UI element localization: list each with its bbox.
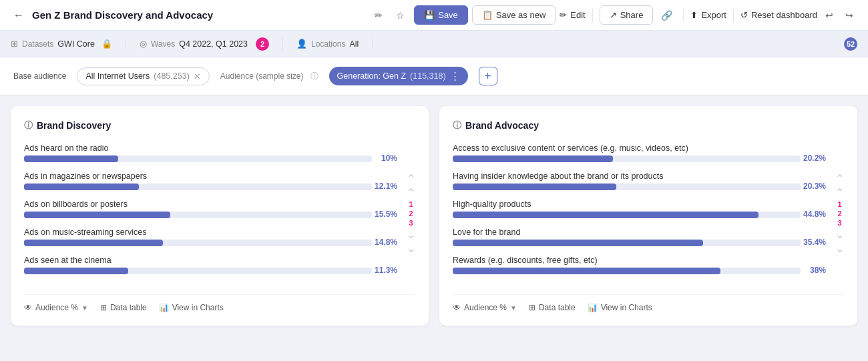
save-button[interactable]: 💾 Save [414, 5, 468, 25]
data-table-button2[interactable]: ⊞ Data table [529, 303, 576, 312]
reset-dashboard-button[interactable]: ↺ Reset dashboard [740, 10, 817, 20]
waves-label: Waves [151, 39, 175, 49]
remove-base-icon[interactable]: ✕ [194, 71, 201, 81]
chevron-up-icon3[interactable]: ⌃ [835, 172, 844, 185]
page-title: Gen Z Brand Discovery and Advocacy [32, 9, 365, 21]
star-button[interactable]: ☆ [392, 7, 409, 23]
audience-bar: Base audience All Internet Users (485,25… [0, 57, 868, 95]
chevron-up-icon4[interactable]: ⌃ [835, 186, 844, 199]
audience-chip-more-button[interactable]: ⋮ [450, 70, 460, 82]
bar-wrapper: 11.3% [24, 268, 372, 274]
bar-pct: 10% [381, 153, 397, 163]
bar-label: Ads heard on the radio [24, 143, 401, 153]
bar-wrapper: 44.8% [453, 212, 801, 218]
bar-label: Access to exclusive content or services … [453, 143, 830, 153]
bar-row: High-quality products 44.8% [453, 200, 830, 218]
locations-filter[interactable]: 👤 Locations All [296, 39, 373, 49]
audience-pct-icon2: 👁 [453, 303, 461, 312]
bar-track [24, 184, 372, 190]
brand-discovery-bars: Ads heard on the radio 10% Ads in magazi… [24, 143, 401, 284]
bar-fill [453, 212, 758, 218]
data-table-icon2: ⊞ [529, 303, 535, 312]
divider2 [683, 9, 684, 22]
bar-wrapper: 35.4% [453, 240, 801, 246]
link-button[interactable]: 🔗 [657, 7, 676, 23]
brand-discovery-scroll-controls: ⌃ ⌃ 1 2 3 ⌄ ⌄ [407, 143, 415, 284]
waves-value: Q4 2022, Q1 2023 [179, 39, 248, 49]
brand-advocacy-footer: 👁 Audience % ▼ ⊞ Data table 📊 View in Ch… [453, 294, 844, 312]
locations-label: Locations [311, 39, 345, 49]
bar-row: Ads on billboards or posters 15.5% [24, 200, 401, 218]
base-audience-label: Base audience [13, 71, 66, 81]
data-table-icon: ⊞ [100, 303, 107, 312]
bar-row: Ads on music-streaming services 14.8% [24, 228, 401, 246]
bar-pct: 14.8% [375, 238, 397, 247]
bar-fill [453, 155, 613, 162]
audience-pct-button[interactable]: 👁 Audience % ▼ [24, 303, 88, 312]
bar-wrapper: 15.5% [24, 212, 372, 218]
chevron-up-icon2[interactable]: ⌃ [407, 186, 415, 199]
bar-pct: 12.1% [375, 182, 397, 191]
bar-pct: 11.3% [375, 266, 397, 275]
bar-track [24, 240, 372, 246]
brand-advocacy-chart-area: Access to exclusive content or services … [453, 143, 844, 284]
charts-icon2: 📊 [588, 303, 598, 312]
brand-discovery-footer: 👁 Audience % ▼ ⊞ Data table 📊 View in Ch… [24, 294, 415, 312]
share-icon: ↗ [610, 10, 617, 20]
bar-fill [24, 240, 163, 246]
bar-track [24, 155, 372, 162]
data-table-button[interactable]: ⊞ Data table [100, 303, 147, 312]
waves-filter[interactable]: ◎ Waves Q4 2022, Q1 2023 2 [140, 37, 283, 51]
bar-label: Ads in magazines or newspapers [24, 171, 401, 181]
edit-title-button[interactable]: ✏ [371, 7, 387, 23]
audience-chip-count: (115,318) [410, 71, 446, 81]
dropdown-icon2: ▼ [510, 304, 517, 312]
bar-label: Rewards (e.g. discounts, free gifts, etc… [453, 256, 830, 265]
undo-button[interactable]: ↩ [821, 7, 837, 23]
datasets-filter[interactable]: ⊞ Datasets GWI Core 🔒 [11, 39, 126, 49]
back-button[interactable]: ← [11, 7, 27, 24]
bar-row: Rewards (e.g. discounts, free gifts, etc… [453, 256, 830, 274]
base-audience-chip[interactable]: All Internet Users (485,253) ✕ [77, 67, 209, 85]
main-content: ⓘ Brand Discovery Ads heard on the radio… [0, 95, 868, 336]
filter-bar: ⊞ Datasets GWI Core 🔒 ◎ Waves Q4 2022, Q… [0, 31, 868, 57]
bar-row: Ads heard on the radio 10% [24, 143, 401, 162]
reset-icon: ↺ [740, 10, 748, 20]
audience-sample-wrapper: Audience (sample size) ⓘ [220, 71, 318, 82]
view-in-charts-button[interactable]: 📊 View in Charts [159, 303, 224, 312]
bar-track [453, 268, 801, 274]
add-audience-button[interactable]: + [479, 67, 497, 85]
bar-row: Ads in magazines or newspapers 12.1% [24, 171, 401, 190]
save-icon: 💾 [424, 10, 435, 20]
view-in-charts-button2[interactable]: 📊 View in Charts [588, 303, 652, 312]
bar-row: Having insider knowledge about the brand… [453, 171, 830, 190]
base-audience-name: All Internet Users [85, 71, 150, 81]
chevron-down-icon4[interactable]: ⌄ [835, 242, 844, 255]
bar-track [453, 212, 801, 218]
audience-pct-icon: 👁 [24, 303, 32, 312]
audience-chip-name: Generation: Gen Z [337, 71, 407, 81]
info-icon[interactable]: ⓘ [310, 71, 318, 82]
edit-button[interactable]: ✏ Edit [560, 10, 585, 20]
brand-discovery-title: ⓘ Brand Discovery [24, 119, 415, 131]
brand-discovery-chart-area: Ads heard on the radio 10% Ads in magazi… [24, 143, 415, 284]
nav-actions: 💾 Save 📋 Save as new ✏ Edit ↗ Share 🔗 ⬆ … [414, 5, 857, 25]
audience-chip[interactable]: Generation: Gen Z (115,318) ⋮ [329, 67, 468, 85]
scroll-num-2: 2 [409, 210, 413, 218]
chevron-down-icon[interactable]: ⌄ [407, 228, 415, 241]
bar-row: Ads seen at the cinema 11.3% [24, 256, 401, 274]
bar-label: Having insider knowledge about the brand… [453, 171, 830, 181]
chevron-up-icon[interactable]: ⌃ [407, 172, 415, 185]
chevron-down-icon2[interactable]: ⌄ [407, 242, 415, 255]
share-button[interactable]: ↗ Share [600, 5, 654, 25]
export-button[interactable]: ⬆ Export [690, 10, 726, 20]
bar-fill [453, 268, 720, 274]
redo-button[interactable]: ↪ [841, 7, 857, 23]
lock-icon: 🔒 [101, 39, 112, 49]
bar-pct: 20.2% [803, 153, 826, 163]
brand-advocacy-scroll-controls: ⌃ ⌃ 1 2 3 ⌄ ⌄ [835, 143, 844, 284]
audience-pct-button2[interactable]: 👁 Audience % ▼ [453, 303, 517, 312]
chevron-down-icon3[interactable]: ⌄ [835, 228, 844, 241]
bar-row: Love for the brand 35.4% [453, 228, 830, 246]
save-as-new-button[interactable]: 📋 Save as new [472, 5, 556, 25]
